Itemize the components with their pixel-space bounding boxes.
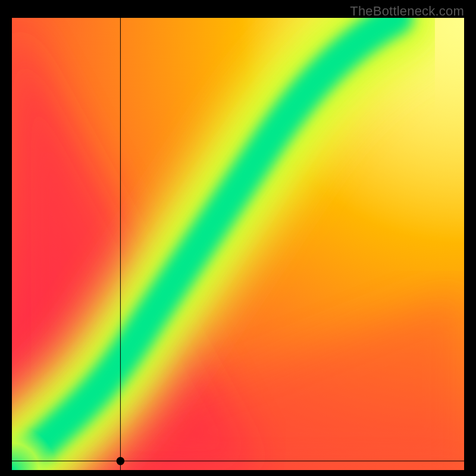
origin-green	[12, 18, 464, 470]
marker-point	[117, 457, 125, 465]
chart-container: TheBottleneck.com	[0, 0, 476, 476]
heatmap-plot	[12, 18, 464, 470]
watermark-text: TheBottleneck.com	[350, 4, 464, 19]
